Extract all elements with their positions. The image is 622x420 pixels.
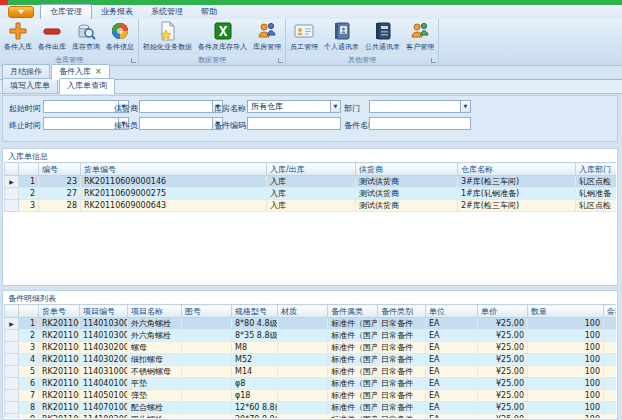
grid-cell <box>278 414 328 419</box>
row-indicator <box>5 414 19 419</box>
filter-combo[interactable]: ▼ <box>369 100 471 113</box>
sub-tab-label: 填写入库单 <box>10 80 50 91</box>
grid-cell: RK201106090... <box>39 330 80 342</box>
ribbon-group: 员工管理个人通讯录公共通讯录客户管理其他管理 <box>286 19 439 65</box>
dialog-launcher-icon[interactable] <box>131 58 136 63</box>
ribbon-button-label: 公共通讯录 <box>365 42 400 52</box>
table-row[interactable]: 4RK201106090...1140302000015细扣螺母M52标准件（国… <box>5 354 617 366</box>
grid-cell: 27 <box>39 188 81 200</box>
grid-column-header[interactable]: 供货商 <box>356 163 458 176</box>
data-grid-table: 编号货单编号入库/出库供货商仓库名称入库部门▶123RK201106090001… <box>4 162 616 212</box>
table-row[interactable]: ▶1RK201106090...1140103000017外六角螺栓8*80 4… <box>5 318 617 330</box>
dropdown-arrow-icon[interactable]: ▼ <box>330 100 341 113</box>
ribbon-button[interactable]: 个人通讯录 <box>321 20 362 52</box>
table-row[interactable]: 7RK201106090...1140501000009弹垫φ18标准件（国产）… <box>5 390 617 402</box>
grid-cell: 1 <box>19 176 39 188</box>
grid-cell: EA <box>426 366 478 378</box>
grid-column-header[interactable]: 备件类别 <box>378 305 426 318</box>
ribbon-button-label: 库存查询 <box>72 42 100 52</box>
grid-cell: M52 <box>232 354 278 366</box>
ribbon-button[interactable]: 初始化业务数据 <box>140 20 195 52</box>
grid-column-header[interactable]: 备件属类 <box>328 305 378 318</box>
grid-column-header[interactable]: 材质 <box>278 305 328 318</box>
grid-cell: 标准件（国产） <box>328 378 378 390</box>
grid-cell <box>604 354 617 366</box>
grid-column-header[interactable]: 单价 <box>478 305 528 318</box>
grid-cell: RK20110609000275 <box>81 188 267 200</box>
grid-column-header[interactable]: 货单编号 <box>81 163 267 176</box>
grid-cell: 标准件（国产） <box>328 342 378 354</box>
dropdown-arrow-icon[interactable]: ▼ <box>460 100 471 113</box>
grid-cell: 标准件（国产） <box>328 402 378 414</box>
ribbon-button[interactable]: 公共通讯录 <box>362 20 403 52</box>
row-indicator <box>5 188 19 200</box>
grid-cell: 100 <box>528 414 604 419</box>
grid-header-blank <box>19 163 39 176</box>
table-row[interactable]: 3RK201106090...1140302000002螺母M8标准件（国产）日… <box>5 342 617 354</box>
grid-column-header[interactable]: 货单号 <box>39 305 80 318</box>
grid-cell <box>182 330 232 342</box>
ribbon-button[interactable]: 员工管理 <box>287 20 321 52</box>
grid-column-header[interactable]: 数量 <box>528 305 604 318</box>
grid-cell: RK201106090... <box>39 318 80 330</box>
orders-section: 入库单信息 编号货单编号入库/出库供货商仓库名称入库部门▶123RK201106… <box>2 148 618 286</box>
dialog-launcher-icon[interactable] <box>278 58 283 63</box>
ribbon-button[interactable]: 备件及库存导入 <box>195 20 250 52</box>
document-tab[interactable]: 月结操作 <box>2 64 50 79</box>
ribbon-tab[interactable]: 帮助 <box>192 4 226 19</box>
application-window: 仓库管理业务报表系统管理帮助 备件入库备件出库库存查询备件信息仓库管理初始化业务… <box>0 0 622 420</box>
grid-cell: 日常备件 <box>378 354 426 366</box>
filter-combo[interactable]: 所有仓库▼ <box>247 100 341 113</box>
table-row[interactable]: 328RK20110609000643入库测试供货商2#库(检三车间)轧区点检 <box>5 200 617 212</box>
ribbon-group-label: 数据管理 <box>139 54 285 65</box>
app-menu-button[interactable] <box>8 6 34 18</box>
filter-input[interactable] <box>247 117 341 130</box>
grid-column-header[interactable]: 项目编号 <box>80 305 128 318</box>
grid-cell: 日常备件 <box>378 378 426 390</box>
grid-column-header[interactable]: 图号 <box>182 305 232 318</box>
grid-column-header[interactable]: 仓库名称 <box>458 163 576 176</box>
row-indicator <box>5 402 19 414</box>
table-row[interactable]: 2RK201106090...1140103000011外六角螺栓8*35 8.… <box>5 330 617 342</box>
grid-column-header[interactable]: 编号 <box>39 163 81 176</box>
grid-cell <box>182 390 232 402</box>
grid-cell: 100 <box>528 366 604 378</box>
filter-combo[interactable]: ▼ <box>139 117 223 130</box>
grid-column-header[interactable]: 入库/出库 <box>267 163 356 176</box>
grid-column-header[interactable]: 金额 <box>604 305 617 318</box>
filter-panel: 起始时间▼供货商▼库房名称所有仓库▼部门▼终止时间▼操作员▼备件编码备件名称 <box>2 95 618 142</box>
table-row[interactable]: 9RK201106090...1141002000047双头螺栓20*70 8.… <box>5 414 617 419</box>
table-row[interactable]: 6RK201106090...1140401000006平垫φ8标准件（国产）日… <box>5 378 617 390</box>
ribbon-tab[interactable]: 系统管理 <box>142 4 192 19</box>
ribbon-button[interactable]: 备件出库 <box>35 20 69 52</box>
table-row[interactable]: 5RK201106090...1140310000010不锈钢螺母M14标准件（… <box>5 366 617 378</box>
excel-import-icon <box>213 21 233 41</box>
grid-column-header[interactable]: 项目名称 <box>128 305 182 318</box>
sub-tab[interactable]: 填写入库单 <box>2 78 58 93</box>
ribbon-button[interactable]: 库房管理 <box>250 20 284 52</box>
filter-input[interactable] <box>369 117 471 130</box>
ribbon-button[interactable]: 备件入库 <box>1 20 35 52</box>
ribbon-tab[interactable]: 业务报表 <box>92 4 142 19</box>
ribbon-button[interactable]: 备件信息 <box>103 20 137 52</box>
grid-cell: RK201106090... <box>39 342 80 354</box>
ribbon-button[interactable]: 库存查询 <box>69 20 103 52</box>
table-row[interactable]: 8RK201106090...1140701000049配合螺栓12*60 8.… <box>5 402 617 414</box>
table-row[interactable]: 227RK20110609000275入库测试供货商1#库(轧钢准备)轧钢准备 <box>5 188 617 200</box>
sub-tab[interactable]: 入库单查询 <box>59 78 115 94</box>
grid-cell: 20*70 8.8级 <box>232 414 278 419</box>
dialog-launcher-icon[interactable] <box>431 58 436 63</box>
table-row[interactable]: ▶123RK20110609000146入库测试供货商3#库(检三车间)轧区点检 <box>5 176 617 188</box>
grid-column-header[interactable]: 单位 <box>426 305 478 318</box>
filter-combo[interactable]: ▼ <box>139 100 223 113</box>
grid-cell: 标准件（国产） <box>328 414 378 419</box>
grid-column-header[interactable]: 入库部门 <box>576 163 617 176</box>
grid-cell: 1140103000011 <box>80 330 128 342</box>
close-icon[interactable]: × <box>95 68 102 76</box>
grid-cell: 日常备件 <box>378 366 426 378</box>
ribbon-button[interactable]: 客户管理 <box>403 20 437 52</box>
ribbon-tab[interactable]: 仓库管理 <box>40 4 92 19</box>
sub-tab-bar: 填写入库单入库单查询 <box>0 80 622 94</box>
details-section-title: 备件明细列表 <box>3 291 617 305</box>
grid-column-header[interactable]: 规格型号 <box>232 305 278 318</box>
